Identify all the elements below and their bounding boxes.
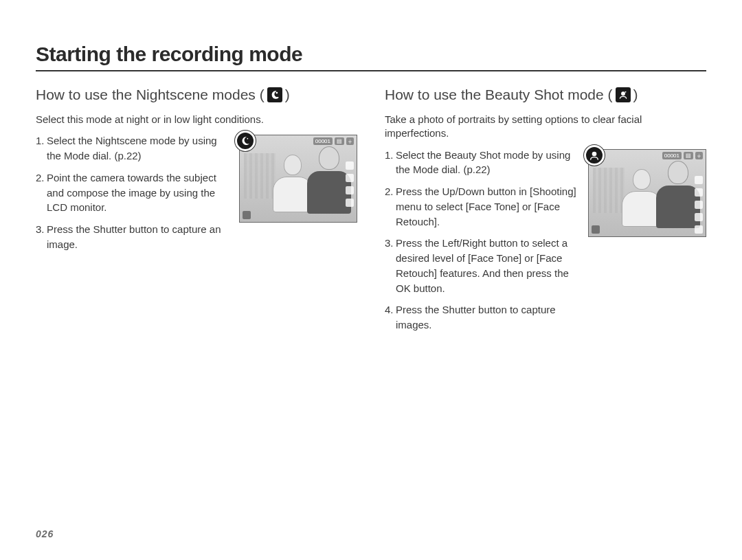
photo-building bbox=[244, 153, 276, 199]
svg-point-3 bbox=[592, 151, 597, 156]
steps-list-right: 1.Select the Beauty Shot mode by using t… bbox=[385, 148, 578, 339]
step-text: Press the Shutter button to capture an i… bbox=[47, 222, 229, 252]
heading-text-pre: How to use the Beauty Shot mode ( bbox=[385, 87, 613, 103]
left-column: How to use the Nightscene modes ( ) Sele… bbox=[36, 87, 357, 339]
page-title: Starting the recording mode bbox=[36, 43, 706, 71]
step-text: Press the Left/Right button to select a … bbox=[396, 236, 578, 295]
step-number: 1. bbox=[385, 148, 396, 178]
body-row-left: 1.Select the Nightscene mode by using th… bbox=[36, 133, 357, 258]
heading-text-pre: How to use the Nightscene modes ( bbox=[36, 87, 265, 103]
manual-page: Starting the recording mode How to use t… bbox=[0, 0, 742, 560]
step-text: Select the Beauty Shot mode by using the… bbox=[396, 148, 578, 178]
right-column: How to use the Beauty Shot mode ( ) Take… bbox=[385, 87, 706, 339]
photo-person-groom bbox=[656, 161, 700, 232]
heading-text-post: ) bbox=[285, 87, 290, 103]
page-number: 026 bbox=[36, 528, 54, 539]
step-number: 4. bbox=[385, 302, 396, 333]
thumbnail-frame: ⤢ 00001 ▤ ⏚ bbox=[239, 135, 357, 223]
svg-point-2 bbox=[621, 91, 625, 96]
step-text: Press the Shutter button to capture imag… bbox=[396, 302, 578, 333]
intro-text-left: Select this mode at night or in low ligh… bbox=[36, 113, 338, 126]
preview-thumbnail-nightscene: ⤢ 00001 ▤ ⏚ bbox=[239, 135, 357, 223]
step-number: 1. bbox=[36, 133, 47, 164]
svg-point-1 bbox=[247, 138, 248, 139]
step-number: 3. bbox=[385, 236, 396, 295]
mode-dial-badge-beautyshot bbox=[584, 145, 605, 166]
section-heading-beautyshot: How to use the Beauty Shot mode ( ) bbox=[385, 87, 706, 103]
list-item: 1.Select the Nightscene mode by using th… bbox=[36, 133, 229, 164]
step-number: 3. bbox=[36, 222, 47, 252]
svg-point-0 bbox=[276, 92, 278, 93]
beauty-face-icon bbox=[616, 87, 631, 102]
content-columns: How to use the Nightscene modes ( ) Sele… bbox=[36, 87, 706, 339]
thumbnail-frame: ⤢ 00001 ▤ ⏚ bbox=[588, 149, 706, 237]
step-text: Press the Up/Down button in [Shooting] m… bbox=[396, 184, 578, 229]
list-item: 2.Point the camera towards the subject a… bbox=[36, 170, 229, 215]
list-item: 3.Press the Shutter button to capture an… bbox=[36, 222, 229, 252]
preview-thumbnail-beautyshot: ⤢ 00001 ▤ ⏚ bbox=[588, 149, 706, 237]
photo-building bbox=[593, 168, 625, 213]
step-text: Select the Nightscene mode by using the … bbox=[47, 133, 229, 164]
step-number: 2. bbox=[36, 170, 47, 215]
list-item: 3.Press the Left/Right button to select … bbox=[385, 236, 578, 295]
steps-list-left: 1.Select the Nightscene mode by using th… bbox=[36, 133, 229, 258]
step-text: Point the camera towards the subject and… bbox=[47, 170, 229, 215]
list-item: 2.Press the Up/Down button in [Shooting]… bbox=[385, 184, 578, 229]
list-item: 1.Select the Beauty Shot mode by using t… bbox=[385, 148, 578, 178]
section-heading-nightscene: How to use the Nightscene modes ( ) bbox=[36, 87, 357, 103]
nightscene-icon bbox=[267, 87, 282, 102]
body-row-right: 1.Select the Beauty Shot mode by using t… bbox=[385, 148, 706, 339]
heading-text-post: ) bbox=[633, 87, 638, 103]
list-item: 4.Press the Shutter button to capture im… bbox=[385, 302, 578, 333]
step-number: 2. bbox=[385, 184, 396, 229]
intro-text-right: Take a photo of portraits by setting opt… bbox=[385, 113, 687, 141]
photo-person-groom bbox=[307, 146, 351, 218]
